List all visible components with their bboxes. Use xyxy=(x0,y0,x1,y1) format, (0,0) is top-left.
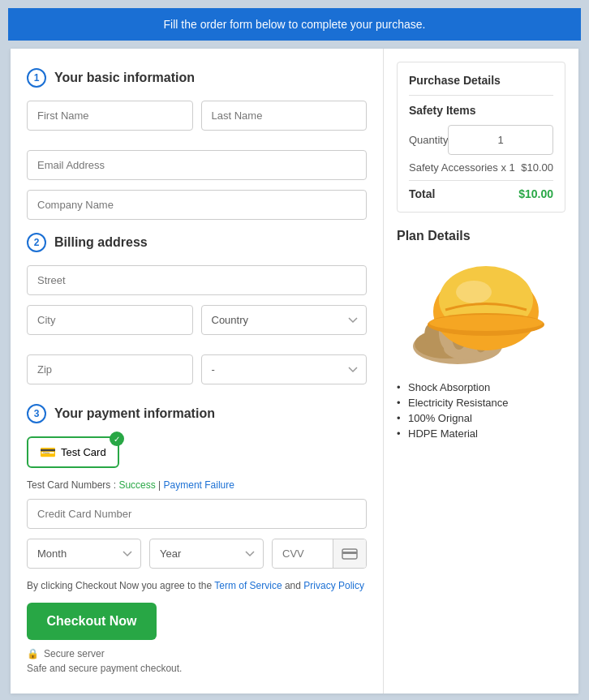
cvv-wrapper xyxy=(272,539,367,569)
svg-point-13 xyxy=(429,315,543,331)
year-select[interactable]: Year202420252026202720282029203020312032… xyxy=(149,539,264,569)
country-select[interactable]: Country xyxy=(201,305,368,335)
cvv-card-icon xyxy=(333,539,366,568)
month-select[interactable]: MonthJanFebMarAprMayJunJulAugSepOctNovDe… xyxy=(27,539,141,569)
right-panel: Purchase Details Safety Items Quantity S… xyxy=(384,49,578,694)
credit-card-input[interactable] xyxy=(27,499,367,529)
feature-item: 100% Orignal xyxy=(397,412,565,424)
state-select[interactable]: - xyxy=(201,354,368,384)
feature-item: Electricity Resistance xyxy=(397,397,565,409)
plan-details-section: Plan Details xyxy=(397,229,565,440)
section2-title: 2 Billing address xyxy=(27,233,367,252)
total-row: Total $10.00 xyxy=(409,180,553,200)
first-name-input[interactable] xyxy=(27,101,193,131)
step2-circle: 2 xyxy=(27,233,46,252)
safety-items-title: Safety Items xyxy=(409,104,553,117)
failure-link[interactable]: Payment Failure xyxy=(164,479,234,491)
card-option[interactable]: 💳 Test Card ✓ xyxy=(27,436,119,468)
email-input[interactable] xyxy=(27,150,367,180)
section3-title: 3 Your payment information xyxy=(27,404,367,423)
feature-item: Shock Absorption xyxy=(397,381,565,393)
test-card-info: Test Card Numbers : Success | Payment Fa… xyxy=(27,479,367,491)
city-country-row: Country xyxy=(27,305,367,345)
secure-label: Secure server xyxy=(44,648,105,659)
zip-group xyxy=(27,354,193,384)
name-row xyxy=(27,101,367,140)
last-name-input[interactable] xyxy=(201,101,368,131)
company-input[interactable] xyxy=(27,190,367,220)
email-group xyxy=(27,150,367,180)
banner-text: Fill the order form below to complete yo… xyxy=(164,18,426,31)
left-panel: 1 Your basic information xyxy=(11,49,384,694)
item-price: $10.00 xyxy=(521,161,553,174)
top-banner: Fill the order form below to complete yo… xyxy=(8,8,581,41)
credit-card-icon: 💳 xyxy=(40,444,56,460)
step3-circle: 3 xyxy=(27,404,46,423)
purchase-details-title: Purchase Details xyxy=(409,74,553,96)
lock-icon: 🔒 xyxy=(27,648,39,659)
success-link[interactable]: Success xyxy=(118,479,155,491)
terms-text: By clicking Checkout Now you agree to th… xyxy=(27,580,367,591)
feature-item: HDPE Material xyxy=(397,427,565,440)
city-input[interactable] xyxy=(27,305,193,335)
main-container: 1 Your basic information xyxy=(11,49,578,694)
check-icon: ✓ xyxy=(110,432,124,446)
section1-title: 1 Your basic information xyxy=(27,68,367,88)
terms-link[interactable]: Term of Service xyxy=(214,580,282,591)
item-label: Safety Accessories x 1 xyxy=(409,161,515,174)
total-label: Total xyxy=(409,187,435,200)
company-group xyxy=(27,190,367,220)
test-card-label: Test Card Numbers : xyxy=(27,479,116,491)
item-row: Safety Accessories x 1 $10.00 xyxy=(409,161,553,174)
svg-point-14 xyxy=(456,281,492,303)
purchase-details-box: Purchase Details Safety Items Quantity S… xyxy=(397,62,565,213)
street-group xyxy=(27,265,367,295)
city-group xyxy=(27,305,193,335)
first-name-group xyxy=(27,101,193,131)
helmet-image xyxy=(397,253,565,370)
safe-text: Safe and secure payment checkout. xyxy=(27,663,367,674)
step1-circle: 1 xyxy=(27,68,46,88)
card-label: Test Card xyxy=(61,446,106,458)
quantity-label: Quantity xyxy=(409,134,448,146)
svg-rect-1 xyxy=(342,552,357,554)
street-input[interactable] xyxy=(27,265,367,295)
quantity-row: Quantity xyxy=(409,125,553,155)
feature-list: Shock AbsorptionElectricity Resistance10… xyxy=(397,381,565,440)
quantity-input[interactable] xyxy=(448,125,553,155)
cvv-input[interactable] xyxy=(273,539,333,568)
checkout-button[interactable]: Checkout Now xyxy=(27,603,157,640)
cvv-row: MonthJanFebMarAprMayJunJulAugSepOctNovDe… xyxy=(27,539,367,569)
state-group: - xyxy=(201,354,368,384)
total-amount: $10.00 xyxy=(518,187,553,200)
plan-details-title: Plan Details xyxy=(397,229,565,243)
zip-input[interactable] xyxy=(27,354,193,384)
zip-state-row: - xyxy=(27,354,367,394)
credit-card-group xyxy=(27,499,367,529)
last-name-group xyxy=(201,101,368,131)
privacy-link[interactable]: Privacy Policy xyxy=(303,580,364,591)
country-group: Country xyxy=(201,305,368,335)
page-wrapper: Fill the order form below to complete yo… xyxy=(8,8,581,700)
secure-info: 🔒 Secure server xyxy=(27,648,367,659)
